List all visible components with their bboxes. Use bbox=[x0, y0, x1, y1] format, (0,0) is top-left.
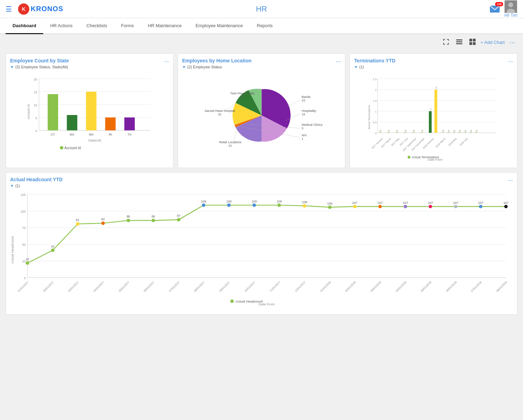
employee-count-card: Employee Count by State ▼ (3) Employee S… bbox=[6, 53, 174, 168]
svg-text:07/01/2017: 07/01/2017 bbox=[168, 281, 180, 293]
svg-point-161 bbox=[404, 205, 407, 208]
svg-text:03/01/2017: 03/01/2017 bbox=[67, 281, 79, 293]
tab-forms[interactable]: Forms bbox=[114, 18, 141, 34]
svg-point-139 bbox=[126, 219, 130, 222]
user-section[interactable]: Hi! Tim bbox=[505, 0, 517, 18]
svg-text:75: 75 bbox=[22, 226, 26, 230]
svg-rect-83 bbox=[412, 132, 415, 133]
svg-point-165 bbox=[454, 205, 457, 208]
tab-dashboard[interactable]: Dashboard bbox=[6, 18, 43, 34]
tab-employee-maintenance[interactable]: Employee Maintenance bbox=[189, 18, 250, 34]
svg-text:2: 2 bbox=[375, 89, 377, 92]
svg-text:CT: CT bbox=[51, 133, 55, 136]
svg-text:21: 21 bbox=[228, 144, 232, 147]
tab-hr-maintenance[interactable]: HR Maintenance bbox=[141, 18, 189, 34]
svg-text:107: 107 bbox=[478, 201, 483, 205]
svg-point-37 bbox=[60, 146, 63, 150]
svg-point-135 bbox=[76, 222, 79, 226]
svg-rect-10 bbox=[473, 39, 476, 41]
svg-text:107: 107 bbox=[503, 201, 509, 205]
svg-rect-9 bbox=[469, 39, 472, 41]
svg-text:22: 22 bbox=[26, 258, 29, 261]
svg-text:Bands: Bands bbox=[301, 95, 310, 99]
terminations-card: Terminations YTD ▼ (1) ··· Actual Termin… bbox=[349, 53, 517, 168]
svg-rect-30 bbox=[86, 92, 97, 130]
svg-text:109: 109 bbox=[252, 200, 257, 203]
kronos-logo: K KRONOS bbox=[18, 3, 63, 15]
svg-rect-12 bbox=[473, 42, 476, 45]
svg-text:109: 109 bbox=[277, 200, 282, 203]
svg-text:86: 86 bbox=[152, 215, 155, 218]
svg-rect-75 bbox=[379, 132, 382, 133]
home-location-chart: Twin Pines Outlet 20 Sacred Heart Hospit… bbox=[182, 72, 341, 159]
svg-text:K: K bbox=[22, 6, 25, 12]
svg-text:1: 1 bbox=[375, 110, 377, 113]
nav-tabs: Dashboard HR Actions Checklists Forms HR… bbox=[0, 18, 523, 34]
tab-hr-actions[interactable]: HR Actions bbox=[43, 18, 79, 34]
more-options-button[interactable]: ··· bbox=[507, 37, 517, 48]
svg-rect-95 bbox=[453, 132, 455, 133]
user-avatar bbox=[505, 0, 517, 13]
svg-text:Retail Locations: Retail Locations bbox=[219, 140, 241, 144]
svg-rect-79 bbox=[395, 132, 398, 133]
svg-text:Actual Headcount: Actual Headcount bbox=[236, 299, 263, 303]
svg-text:2018 May: 2018 May bbox=[448, 137, 457, 147]
svg-text:0: 0 bbox=[476, 130, 477, 132]
svg-text:15: 15 bbox=[301, 99, 305, 102]
svg-text:107: 107 bbox=[403, 201, 408, 205]
grid-view-button[interactable] bbox=[467, 37, 478, 48]
svg-text:Medical Clinics: Medical Clinics bbox=[301, 123, 323, 127]
terminations-menu[interactable]: ··· bbox=[508, 58, 513, 65]
svg-point-147 bbox=[227, 204, 231, 207]
employee-count-filter: ▼ (3) Employee Status, State(Alt) bbox=[10, 65, 169, 69]
headcount-menu[interactable]: ··· bbox=[508, 177, 513, 184]
notification-icon[interactable]: 109 bbox=[490, 4, 500, 14]
tab-checklists[interactable]: Checklists bbox=[79, 18, 114, 34]
svg-text:1.5: 1.5 bbox=[373, 99, 377, 102]
svg-rect-99 bbox=[464, 132, 467, 133]
filter-icon-3: ▼ bbox=[354, 65, 358, 69]
svg-text:0: 0 bbox=[443, 130, 444, 132]
svg-text:Hospitality: Hospitality bbox=[301, 109, 316, 113]
headcount-chart: Actual Headcount 0 25 50 75 100 125 bbox=[10, 191, 513, 309]
svg-point-167 bbox=[479, 205, 482, 208]
svg-text:Actual Terminations: Actual Terminations bbox=[368, 105, 371, 129]
svg-text:15: 15 bbox=[34, 91, 37, 94]
svg-text:0: 0 bbox=[397, 130, 398, 132]
svg-text:0: 0 bbox=[465, 130, 466, 132]
svg-point-133 bbox=[51, 249, 54, 252]
home-location-menu[interactable]: ··· bbox=[336, 58, 341, 65]
header: ☰ K KRONOS HR 109 bbox=[0, 0, 523, 18]
svg-text:0: 0 bbox=[375, 132, 377, 135]
home-location-title: Employees by Home Location bbox=[182, 58, 341, 63]
svg-text:12/01/2017: 12/01/2017 bbox=[294, 281, 306, 293]
terminations-chart: Actual Terminations 0 0.5 1 1.5 2 2.5 bbox=[354, 72, 513, 162]
home-location-card: Employees by Home Location ▼ (2) Employe… bbox=[178, 53, 346, 168]
employee-count-menu[interactable]: ··· bbox=[164, 58, 169, 65]
svg-text:107: 107 bbox=[352, 201, 357, 205]
hamburger-icon[interactable]: ☰ bbox=[6, 5, 12, 13]
employee-count-title: Employee Count by State bbox=[10, 58, 169, 63]
svg-text:07/01/2018: 07/01/2018 bbox=[470, 281, 483, 293]
user-name: Hi! Tim bbox=[505, 13, 517, 18]
svg-text:0: 0 bbox=[422, 130, 423, 132]
filter-icon-4: ▼ bbox=[10, 184, 14, 188]
svg-text:08/01/2018: 08/01/2018 bbox=[496, 281, 508, 293]
list-view-button[interactable] bbox=[454, 37, 464, 48]
svg-point-115 bbox=[408, 156, 410, 159]
svg-text:TX: TX bbox=[128, 133, 132, 136]
svg-text:5: 5 bbox=[301, 127, 303, 130]
svg-text:100: 100 bbox=[21, 210, 26, 213]
add-chart-button[interactable]: + Add Chart bbox=[480, 40, 505, 45]
svg-text:107: 107 bbox=[453, 201, 458, 205]
svg-text:02/01/2018: 02/01/2018 bbox=[345, 281, 357, 293]
svg-rect-11 bbox=[469, 42, 472, 45]
svg-text:109: 109 bbox=[226, 200, 231, 203]
svg-rect-26 bbox=[48, 94, 58, 130]
header-right: 109 Hi! Tim bbox=[490, 0, 517, 18]
svg-point-192 bbox=[230, 299, 234, 303]
tab-reports[interactable]: Reports bbox=[250, 18, 280, 34]
svg-rect-8 bbox=[456, 43, 462, 44]
svg-text:09/01/2017: 09/01/2017 bbox=[218, 281, 231, 293]
expand-button[interactable] bbox=[441, 37, 451, 48]
